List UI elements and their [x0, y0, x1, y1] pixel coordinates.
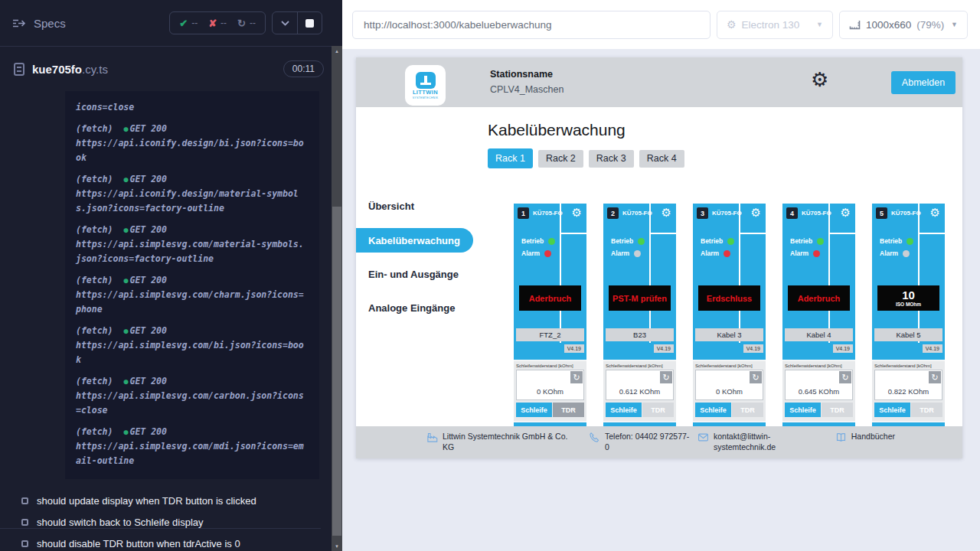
refresh-icon[interactable]: ↻	[839, 371, 851, 383]
test-item[interactable]: should switch back to Schleife display	[21, 511, 324, 533]
module-model: KÜ705-FO	[891, 210, 921, 217]
stat-passed: ✔--	[179, 18, 198, 29]
measurement-value-box: ↻ 0 KOhm	[695, 370, 763, 400]
divider	[740, 233, 766, 234]
footer-phone: Telefon: 04402 972577-0	[589, 431, 697, 458]
module-number: 2	[607, 207, 619, 219]
divider	[830, 233, 855, 234]
schleife-button[interactable]: Schleife	[785, 403, 821, 417]
measurement-value-box: ↻ 0 KOhm	[516, 370, 584, 400]
scroll-down-icon[interactable]: ▼	[332, 541, 342, 551]
alarm-indicator: Alarm	[521, 249, 551, 257]
firmware-version: V4.19	[833, 344, 853, 353]
phone-icon	[589, 432, 600, 443]
tab-rack-1[interactable]: Rack 1	[488, 148, 533, 168]
rack-modules-row: 1 KÜ705-FO ⚙ Betrieb Alarm Aderbruch FTZ…	[514, 204, 962, 426]
tdr-button[interactable]: TDR	[822, 403, 853, 417]
url-input[interactable]	[352, 11, 710, 39]
sidebar-item-ein-und-ausgaenge[interactable]: Ein- und Ausgänge	[368, 269, 459, 280]
log-entry[interactable]: (fetch)●GET 200 https://api.iconify.desi…	[76, 172, 309, 216]
schleife-button[interactable]: Schleife	[516, 403, 552, 417]
sidebar-item-kabelueberwachung[interactable]: Kabelüberwachung	[356, 228, 473, 253]
cypress-runner-panel: Specs ✔-- ✘-- ↻-- kue705fo.cy.ts 00:11 i…	[0, 0, 332, 551]
module-settings-icon[interactable]: ⚙	[930, 206, 940, 220]
divider	[920, 233, 945, 234]
log-entry[interactable]: (fetch)●GET 200 https://api.simplesvg.co…	[76, 223, 309, 266]
log-entry[interactable]: (fetch)●GET 200 https://api.simplesvg.co…	[76, 273, 309, 317]
module-number: 1	[518, 207, 529, 219]
refresh-icon[interactable]: ↻	[660, 371, 672, 383]
sidebar-item-uebersicht[interactable]: Übersicht	[368, 201, 414, 212]
log-entry[interactable]: (fetch)●GET 200 https://api.simplesvg.co…	[76, 324, 309, 367]
littwin-logo: LITTWIN SYSTEMTECHNIK	[405, 65, 446, 106]
betrieb-indicator: Betrieb	[880, 237, 913, 245]
led-gray-icon	[634, 250, 641, 257]
footer-company: Littwin Systemtechnik GmbH & Co. KG	[426, 431, 589, 458]
schleife-button[interactable]: Schleife	[695, 403, 731, 417]
tdr-button[interactable]: TDR	[553, 403, 584, 417]
divider	[828, 204, 830, 343]
collapse-chevron-button[interactable]	[273, 12, 297, 34]
test-item[interactable]: should update display when TDR button is…	[21, 490, 324, 511]
schleife-button[interactable]: Schleife	[606, 403, 642, 417]
spec-name: kue705fo.cy.ts	[32, 63, 108, 76]
tab-rack-4[interactable]: Rack 4	[639, 150, 684, 168]
status-dot-icon: ●	[123, 226, 128, 234]
status-dot-icon: ●	[123, 428, 128, 436]
settings-gear-icon[interactable]: ⚙	[811, 68, 828, 91]
footer-manuals[interactable]: Handbücher	[835, 431, 895, 458]
module-settings-icon[interactable]: ⚙	[662, 206, 671, 220]
pending-circle-icon: ↻	[237, 18, 246, 29]
status-display: Aderbruch	[788, 285, 850, 311]
tdr-button[interactable]: TDR	[732, 403, 763, 417]
logout-button[interactable]: Abmelden	[891, 71, 956, 94]
divider	[918, 204, 920, 343]
measurement-panel: Schleifenwiderstand [kOhm] ↻ 0.822 KOhm …	[872, 360, 945, 422]
measurement-value-box: ↻ 0.645 KOhm	[785, 370, 853, 400]
log-entry[interactable]: (fetch)●GET 200 https://api.iconify.desi…	[76, 122, 309, 165]
cable-name: Kabel 4	[785, 328, 853, 341]
refresh-icon[interactable]: ↻	[570, 371, 583, 383]
browser-select[interactable]: ⚙ Electron 130 ▼	[717, 11, 833, 39]
divider	[560, 204, 561, 343]
refresh-icon[interactable]: ↻	[929, 371, 941, 383]
runner-scrollbar[interactable]: ▲ ▼	[332, 46, 342, 551]
status-display: Aderbruch	[519, 285, 581, 311]
panel-gap	[332, 0, 342, 46]
chevron-down-icon: ▼	[816, 21, 823, 28]
tdr-button[interactable]: TDR	[911, 403, 942, 417]
scrollbar-thumb[interactable]	[332, 207, 341, 536]
stat-pending: ↻--	[237, 18, 256, 29]
status-dot-icon: ●	[123, 276, 128, 285]
tab-rack-3[interactable]: Rack 3	[589, 150, 634, 168]
module-settings-icon[interactable]: ⚙	[751, 206, 761, 220]
refresh-icon[interactable]: ↻	[750, 371, 762, 383]
betrieb-indicator: Betrieb	[790, 237, 824, 245]
betrieb-indicator: Betrieb	[611, 237, 645, 245]
specs-menu[interactable]: Specs	[12, 17, 66, 30]
divider	[561, 233, 586, 234]
alarm-indicator: Alarm	[880, 249, 910, 257]
schleife-button[interactable]: Schleife	[874, 403, 910, 417]
firmware-version: V4.19	[923, 344, 942, 353]
module-settings-icon[interactable]: ⚙	[572, 206, 582, 220]
tdr-button[interactable]: TDR	[642, 403, 674, 417]
log-entry[interactable]: (fetch)●GET 200 https://api.simplesvg.co…	[76, 425, 309, 468]
tab-rack-2[interactable]: Rack 2	[538, 150, 583, 168]
module-number: 5	[876, 207, 887, 219]
log-entry[interactable]: (fetch)●GET 200 https://api.simplesvg.co…	[76, 374, 309, 418]
x-icon: ✘	[208, 18, 217, 29]
rack-tabs: Rack 1 Rack 2 Rack 3 Rack 4	[488, 148, 684, 168]
sidebar-item-analoge-eingaenge[interactable]: Analoge Eingänge	[368, 302, 455, 314]
test-item[interactable]: should disable TDR button when tdrActive…	[21, 533, 324, 551]
module-number: 3	[697, 207, 708, 219]
scroll-up-icon[interactable]: ▲	[332, 46, 342, 56]
module-number: 4	[786, 207, 798, 219]
cable-name: Kabel 5	[874, 328, 942, 341]
stop-button[interactable]	[297, 12, 322, 34]
measurement-panel: Schleifenwiderstand [kOhm] ↻ 0 KOhm Schl…	[514, 360, 586, 422]
spec-file-row[interactable]: kue705fo.cy.ts 00:11	[0, 47, 332, 91]
led-green-icon	[727, 238, 734, 245]
module-settings-icon[interactable]: ⚙	[841, 206, 851, 220]
viewport-select[interactable]: 1000x660 (79%) ▼	[839, 11, 968, 39]
